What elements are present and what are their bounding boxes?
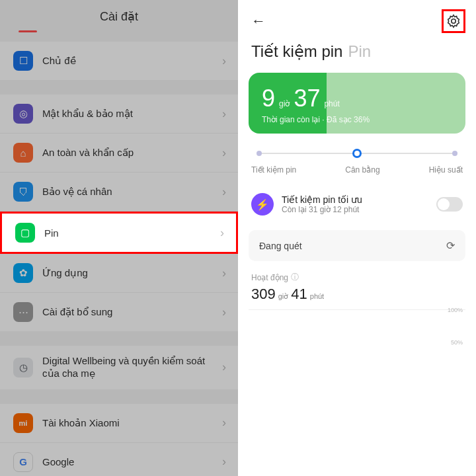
apps-icon: ✿ [13,263,33,283]
settings-item-label: Digital Wellbeing và quyền kiểm soát của… [42,355,222,380]
settings-list-pane: Cài đặt ☐ Chủ đề › ◎ Mật khẩu & bảo mật … [0,0,238,476]
settings-title: Cài đặt [0,0,238,30]
chevron-right-icon: › [222,146,226,160]
settings-item-google[interactable]: G Google › [0,443,238,477]
battery-detail-pane: ← Tiết kiệm pinPin 9 giờ 37 phút Thời gi… [238,0,476,476]
chevron-right-icon: › [222,455,226,469]
slider-dot-performance[interactable] [452,151,457,156]
slider-dot-saver[interactable] [257,151,262,156]
lock-icon: ◎ [13,104,33,124]
chevron-right-icon: › [222,185,226,199]
safety-icon: ⌂ [13,143,33,163]
optimal-title: Tiết kiệm pin tối ưu [282,194,436,205]
mins-unit: phút [324,99,339,108]
power-mode-slider[interactable]: Tiết kiệm pin Cân bằng Hiệu suất [251,145,463,175]
act-hours-unit: giờ [278,292,289,301]
slider-dot-balanced-active[interactable] [352,149,362,158]
chevron-right-icon: › [220,226,224,240]
settings-item-privacy[interactable]: ⛉ Bảo vệ cá nhân › [0,173,238,212]
battery-subtext: Thời gian còn lại · Đã sạc 36% [262,115,452,124]
battery-status-card[interactable]: 9 giờ 37 phút Thời gian còn lại · Đã sạc… [249,73,465,134]
topbar: ← [238,0,476,38]
accent-bar [19,30,37,32]
settings-item-theme[interactable]: ☐ Chủ đề › [0,42,238,80]
chevron-right-icon: › [222,54,226,68]
settings-item-xiaomi[interactable]: mi Tài khoản Xiaomi › [0,404,238,443]
mode-label-saver: Tiết kiệm pin [251,165,296,175]
activity-label: Hoạt động ⓘ [251,272,463,283]
back-button[interactable]: ← [249,10,268,32]
settings-item-apps[interactable]: ✿ Ứng dụng › [0,254,238,293]
settings-item-label: An toàn và khẩn cấp [42,147,222,159]
mins-value: 37 [294,85,320,112]
settings-item-safety[interactable]: ⌂ An toàn và khẩn cấp › [0,134,238,173]
xiaomi-icon: mi [13,413,33,433]
slider-track [251,145,463,161]
mode-label-balanced: Cân bằng [345,165,379,175]
act-mins: 41 [291,286,307,303]
activity-value: 309 giờ 41 phút [251,286,463,303]
act-mins-unit: phút [310,292,324,300]
settings-item-label: Pin [44,227,220,239]
wellbeing-icon: ◷ [13,358,33,377]
scan-row[interactable]: Đang quét ⟳ [249,230,465,261]
settings-item-label: Chủ đề [42,55,222,67]
settings-item-label: Mật khẩu & bảo mật [42,108,222,120]
chevron-right-icon: › [222,305,226,319]
act-hours: 309 [251,286,276,303]
optimal-sub: Còn lại 31 giờ 12 phút [282,205,436,214]
settings-item-battery[interactable]: ▢ Pin › [0,212,238,254]
remaining-time: 9 giờ 37 phút [262,85,452,112]
toggle-knob [438,198,450,210]
activity-section: Hoạt động ⓘ 309 giờ 41 phút [238,272,476,303]
settings-item-label: Google [42,456,222,467]
title-sub: Pin [348,42,371,60]
settings-item-label: Tài khoản Xiaomi [42,417,222,429]
settings-item-label: Ứng dụng [42,267,222,279]
page-title: Tiết kiệm pinPin [238,38,476,73]
settings-item-label: Cài đặt bổ sung [42,306,222,318]
settings-item-label: Bảo vệ cá nhân [42,186,222,198]
theme-icon: ☐ [13,51,33,71]
title-main: Tiết kiệm pin [251,42,342,60]
optimal-battery-row[interactable]: ⚡ Tiết kiệm pin tối ưu Còn lại 31 giờ 12… [238,184,476,225]
hours-unit: giờ [279,99,290,108]
settings-item-additional[interactable]: ⋯ Cài đặt bổ sung › [0,293,238,331]
slider-labels: Tiết kiệm pin Cân bằng Hiệu suất [251,165,463,175]
gear-icon [446,14,461,28]
bolt-icon: ⚡ [251,193,274,216]
more-icon: ⋯ [13,302,33,322]
refresh-icon[interactable]: ⟳ [446,239,455,252]
usage-chart: 100% 50% [249,309,465,342]
scan-label: Đang quét [259,241,302,251]
settings-gear-button[interactable] [442,9,465,33]
shield-icon: ⛉ [13,182,33,202]
chevron-right-icon: › [222,107,226,121]
settings-item-security[interactable]: ◎ Mật khẩu & bảo mật › [0,95,238,134]
settings-item-wellbeing[interactable]: ◷ Digital Wellbeing và quyền kiểm soát c… [0,346,238,389]
optimal-text: Tiết kiệm pin tối ưu Còn lại 31 giờ 12 p… [282,194,436,214]
chart-y-100: 100% [448,307,463,313]
hours-value: 9 [262,85,275,112]
svg-point-0 [452,19,456,23]
chevron-right-icon: › [222,360,226,374]
optimal-toggle[interactable] [436,197,463,212]
chevron-right-icon: › [222,416,226,430]
google-icon: G [13,452,33,472]
mode-label-performance: Hiệu suất [429,165,463,175]
info-icon[interactable]: ⓘ [291,272,299,283]
chevron-right-icon: › [222,266,226,280]
battery-icon: ▢ [15,223,35,243]
chart-y-50: 50% [451,339,463,346]
